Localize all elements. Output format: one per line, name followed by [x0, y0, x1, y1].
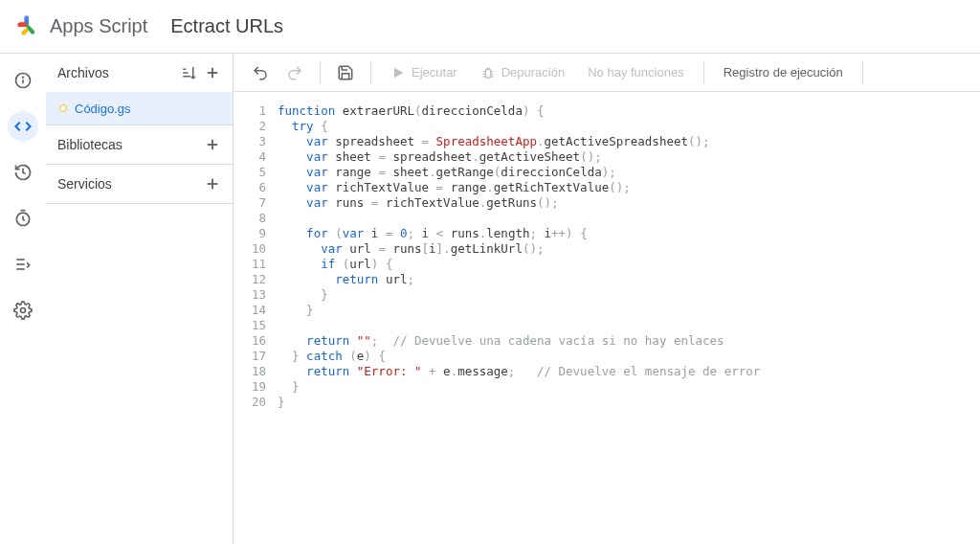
log-label: Registro de ejecución: [724, 65, 843, 79]
debug-label: Depuración: [501, 65, 566, 79]
play-icon: [390, 65, 406, 80]
sidebar-files-header: Archivos: [46, 54, 233, 92]
sidebar-services-header: Servicios: [46, 165, 233, 203]
project-name[interactable]: Ectract URLs: [170, 15, 283, 37]
add-library-icon[interactable]: [204, 136, 221, 153]
separator: [703, 61, 704, 84]
separator: [320, 61, 321, 84]
header: Apps Script Ectract URLs: [0, 0, 980, 54]
services-label: Servicios: [57, 176, 112, 192]
line-gutter: 1234567891011121314151617181920: [234, 103, 278, 544]
svg-point-7: [21, 308, 26, 313]
code-content[interactable]: function extraerURL(direccionCelda) { tr…: [278, 103, 980, 544]
sort-icon[interactable]: [181, 64, 198, 81]
svg-point-2: [23, 77, 24, 78]
nav-triggers-icon[interactable]: [8, 203, 38, 234]
save-button[interactable]: [330, 57, 361, 88]
bug-icon: [480, 65, 496, 80]
debug-button: Depuración: [471, 57, 575, 88]
sidebar: Archivos Código.gs Bibliotecas Servi: [46, 54, 234, 544]
nav-executions-icon[interactable]: [8, 249, 38, 280]
sidebar-libraries-header: Bibliotecas: [46, 125, 233, 164]
no-functions-label: No hay funciones: [588, 65, 683, 79]
main: Ejecutar Depuración No hay funciones Reg…: [234, 54, 980, 544]
toolbar: Ejecutar Depuración No hay funciones Reg…: [234, 54, 980, 92]
separator: [370, 61, 371, 84]
apps-script-logo-icon: [15, 13, 42, 40]
file-item-codigo[interactable]: Código.gs: [46, 92, 233, 125]
execution-log-button[interactable]: Registro de ejecución: [714, 57, 853, 88]
logo[interactable]: Apps Script: [15, 13, 147, 40]
nav-history-icon[interactable]: [8, 157, 38, 188]
app-name: Apps Script: [50, 15, 147, 37]
add-service-icon[interactable]: [204, 175, 221, 193]
file-name: Código.gs: [75, 102, 131, 116]
run-label: Ejecutar: [412, 65, 457, 79]
run-button: Ejecutar: [381, 57, 467, 88]
function-select: No hay funciones: [578, 57, 693, 88]
redo-button[interactable]: [279, 57, 310, 88]
undo-button[interactable]: [245, 57, 276, 88]
nav-code-icon[interactable]: [8, 111, 38, 142]
svg-rect-15: [485, 69, 490, 78]
modified-dot-icon: [59, 104, 67, 112]
separator: [862, 61, 863, 84]
nav-info-icon[interactable]: [8, 65, 38, 96]
code-editor[interactable]: 1234567891011121314151617181920 function…: [234, 92, 980, 544]
svg-marker-14: [394, 67, 403, 78]
add-file-icon[interactable]: [204, 64, 221, 81]
nav-rail: [0, 54, 46, 544]
files-label: Archivos: [57, 65, 109, 80]
nav-settings-icon[interactable]: [8, 295, 38, 326]
libraries-label: Bibliotecas: [57, 137, 122, 152]
